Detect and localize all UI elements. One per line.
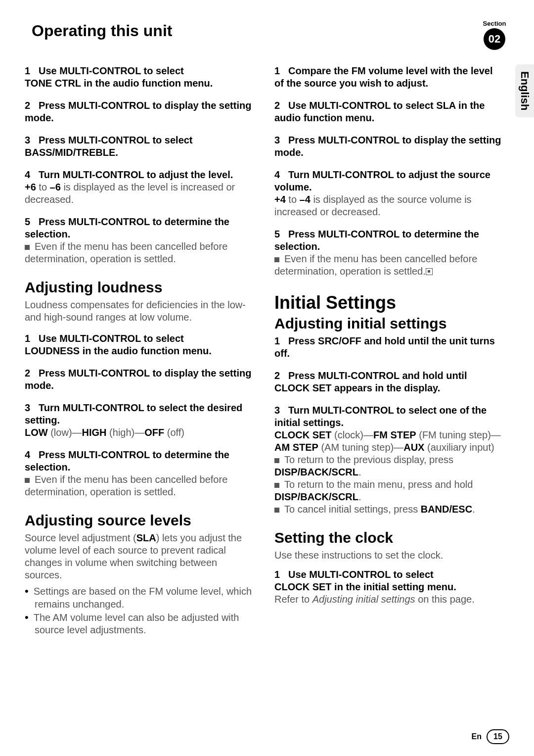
square-bullet-icon bbox=[25, 245, 30, 250]
square-bullet-icon bbox=[25, 478, 30, 483]
list-item: The AM volume level can also be adjusted… bbox=[25, 611, 255, 637]
page-title: Operating this unit bbox=[25, 20, 172, 42]
list-item: 4Turn MULTI-CONTROL to adjust the level.… bbox=[25, 169, 255, 206]
section-number: 02 bbox=[484, 28, 505, 50]
right-column: 1Compare the FM volume level with the le… bbox=[274, 65, 504, 636]
clock-intro: Use these instructions to set the clock. bbox=[274, 549, 504, 562]
list-item: Settings are based on the FM volume leve… bbox=[25, 584, 255, 611]
footer-lang: En bbox=[472, 732, 482, 741]
list-item: 1Use MULTI-CONTROL to select CLOCK SET i… bbox=[274, 568, 504, 606]
list-item: 1Use MULTI-CONTROL to select TONE CTRL i… bbox=[25, 65, 255, 90]
language-tab: English bbox=[515, 64, 534, 117]
page-footer: En 15 bbox=[472, 729, 509, 744]
list-item: 5Press MULTI-CONTROL to determine the se… bbox=[25, 216, 255, 265]
list-item: 3Turn MULTI-CONTROL to select the desire… bbox=[25, 402, 255, 439]
sla-intro: Source level adjustment (SLA) lets you a… bbox=[25, 532, 255, 581]
section-label: Section bbox=[480, 20, 509, 27]
loudness-intro: Loudness compensates for deficiencies in… bbox=[25, 299, 255, 324]
heading-initial-settings: Initial Settings bbox=[274, 292, 504, 313]
list-item: 2Press MULTI-CONTROL and hold until CLOC… bbox=[274, 370, 504, 394]
square-bullet-icon bbox=[274, 458, 279, 463]
list-item: 1Press SRC/OFF and hold until the unit t… bbox=[274, 335, 504, 360]
list-item: 2Use MULTI-CONTROL to select SLA in the … bbox=[274, 99, 504, 124]
square-bullet-icon bbox=[274, 483, 279, 488]
heading-adjust-initial: Adjusting initial settings bbox=[274, 315, 504, 332]
list-item: 3Turn MULTI-CONTROL to select one of the… bbox=[274, 404, 504, 516]
list-item: 1Compare the FM volume level with the le… bbox=[274, 65, 504, 90]
list-item: 3Press MULTI-CONTROL to display the sett… bbox=[274, 134, 504, 159]
list-item: 4Press MULTI-CONTROL to determine the se… bbox=[25, 449, 255, 498]
heading-loudness: Adjusting loudness bbox=[25, 279, 255, 296]
page-number: 15 bbox=[487, 729, 509, 744]
section-badge: Section 02 bbox=[480, 20, 509, 50]
square-bullet-icon bbox=[274, 257, 279, 262]
square-bullet-icon bbox=[274, 508, 279, 513]
list-item: 4Turn MULTI-CONTROL to adjust the source… bbox=[274, 169, 504, 218]
list-item: 2Press MULTI-CONTROL to display the sett… bbox=[25, 99, 255, 124]
list-item: 5Press MULTI-CONTROL to determine the se… bbox=[274, 228, 504, 278]
list-item: 2Press MULTI-CONTROL to display the sett… bbox=[25, 367, 255, 392]
heading-sla: Adjusting source levels bbox=[25, 512, 255, 529]
header-title-wrap: Operating this unit bbox=[25, 20, 480, 42]
list-item: 1Use MULTI-CONTROL to select LOUDNESS in… bbox=[25, 332, 255, 357]
left-column: 1Use MULTI-CONTROL to select TONE CTRL i… bbox=[25, 65, 255, 636]
heading-setting-clock: Setting the clock bbox=[274, 529, 504, 546]
end-section-icon bbox=[426, 268, 433, 275]
list-item: 3Press MULTI-CONTROL to select BASS/MID/… bbox=[25, 134, 255, 159]
